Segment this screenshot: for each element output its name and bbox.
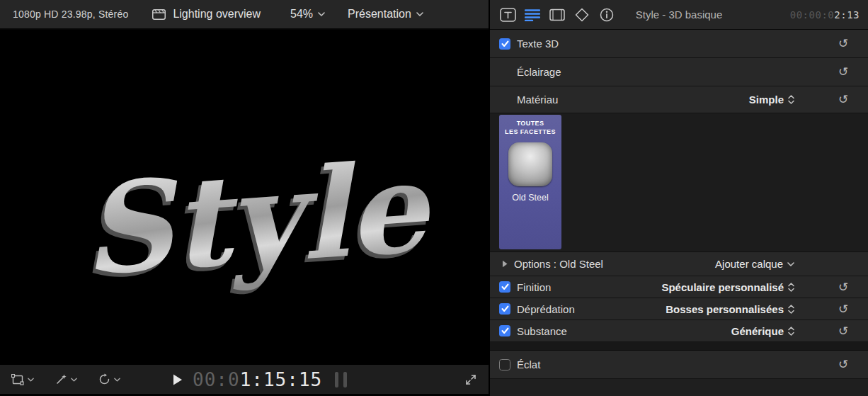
clapperboard-icon <box>152 9 166 20</box>
transform-tool-popup[interactable] <box>11 374 34 385</box>
chevron-down-icon <box>787 262 794 266</box>
material-name: Old Steel <box>512 193 548 203</box>
tab-info-inspector[interactable] <box>598 6 615 23</box>
options-disclosure-triangle[interactable] <box>502 260 508 268</box>
viewer-pane: 1080p HD 23.98p, Stéréo Lighting overvie… <box>0 0 489 396</box>
row-materiau: Matériau Simple ↺ <box>490 86 868 113</box>
chevron-down-icon <box>114 378 120 382</box>
view-options-popup[interactable]: Présentation <box>348 8 423 21</box>
audio-meter-right <box>343 372 347 387</box>
materiau-popup[interactable]: Simple <box>749 94 794 106</box>
depredation-popup[interactable]: Bosses personnalisées <box>666 303 794 315</box>
play-icon <box>173 374 183 385</box>
inspector-duration-timecode: 00:00:02:13 <box>790 9 860 21</box>
material-facets-badge: TOUTES LES FACETTES <box>505 120 556 136</box>
retime-icon <box>98 373 110 385</box>
row-eclairage: Éclairage ↺ <box>490 58 868 86</box>
reset-button-texte-3d[interactable]: ↺ <box>837 38 850 50</box>
ajouter-calque-label: Ajouter calque <box>715 258 783 270</box>
tab-color-inspector[interactable] <box>573 6 590 23</box>
viewer-top-bar: 1080p HD 23.98p, Stéréo Lighting overvie… <box>0 0 489 30</box>
finition-checkbox[interactable] <box>499 281 510 293</box>
effects-wand-icon <box>55 373 67 385</box>
transform-icon <box>11 374 24 385</box>
checkmark-icon <box>501 283 509 290</box>
timecode-dim-part: 00:0 <box>193 369 240 390</box>
row-substance: Substance Générique ↺ <box>490 320 868 342</box>
depredation-popup-value: Bosses personnalisées <box>666 303 784 315</box>
info-inspector-icon <box>600 8 614 22</box>
reset-button-depredation[interactable]: ↺ <box>837 303 850 315</box>
canvas-3d-render: Style Style <box>0 30 489 364</box>
checkmark-icon <box>501 40 509 47</box>
view-options-label: Présentation <box>348 8 411 21</box>
finition-popup[interactable]: Spéculaire personnalisé <box>661 281 794 293</box>
inspector-header: Style - 3D basique 00:00:02:13 <box>490 0 868 30</box>
substance-label: Substance <box>517 325 567 337</box>
row-eclat: Éclat ↺ <box>490 351 868 379</box>
eclat-checkbox[interactable] <box>499 359 510 370</box>
depredation-label: Déprédation <box>517 303 575 315</box>
duration-dim-part: 00:00:0 <box>790 9 835 21</box>
finition-label: Finition <box>517 281 551 293</box>
substance-popup-value: Générique <box>731 325 784 337</box>
reset-button-substance[interactable]: ↺ <box>837 325 850 337</box>
retime-tool-popup[interactable] <box>98 373 120 385</box>
final-cut-pro-window: 1080p HD 23.98p, Stéréo Lighting overvie… <box>0 0 868 396</box>
inspector-pane: Style - 3D basique 00:00:02:13 Texte 3D … <box>489 0 868 396</box>
disclosure-triangle-icon <box>502 260 508 268</box>
zoom-level-popup[interactable]: 54% <box>290 8 325 21</box>
fullscreen-button[interactable] <box>464 373 477 386</box>
fullscreen-icon <box>464 373 477 386</box>
reset-button-materiau[interactable]: ↺ <box>837 94 850 106</box>
zoom-level-value: 54% <box>290 8 313 21</box>
effects-tool-popup[interactable] <box>55 373 77 385</box>
texte-3d-label: Texte 3D <box>517 38 559 50</box>
tab-text-format[interactable] <box>499 6 516 23</box>
popup-updown-icon <box>788 283 794 292</box>
materiau-popup-value: Simple <box>749 94 784 106</box>
material-tile-old-steel-selected[interactable]: TOUTES LES FACETTES Old Steel <box>499 115 561 249</box>
tab-title-inspector-active[interactable] <box>524 6 541 23</box>
row-options: Options : Old Steel Ajouter calque ↺ <box>490 252 868 276</box>
checkmark-icon <box>501 327 509 334</box>
reset-button-eclat[interactable]: ↺ <box>837 358 850 370</box>
row-finition: Finition Spéculaire personnalisé ↺ <box>490 276 868 298</box>
popup-updown-icon <box>788 305 794 314</box>
current-timecode[interactable]: 00:01:15:15 <box>193 369 322 390</box>
ajouter-calque-popup[interactable]: Ajouter calque <box>715 258 794 270</box>
play-button[interactable] <box>173 374 183 385</box>
project-title: Lighting overview <box>173 8 261 21</box>
badge-line-2: LES FACETTES <box>505 128 556 137</box>
chevron-down-icon <box>28 378 34 382</box>
checkmark-icon <box>501 305 509 312</box>
texte-3d-checkbox[interactable] <box>499 38 510 50</box>
texte-3d-control-group: Texte 3D <box>499 38 559 50</box>
text-format-icon <box>500 8 516 22</box>
inspector-tabs <box>499 6 615 23</box>
popup-updown-icon <box>788 95 794 104</box>
audio-meters[interactable] <box>335 372 347 387</box>
duration-bright-part: 2:13 <box>834 9 860 21</box>
color-inspector-icon <box>575 8 589 22</box>
timecode-bright-part: 1:15:15 <box>240 369 323 390</box>
viewer-canvas: Style Style <box>0 30 489 364</box>
chevron-down-icon <box>71 378 77 382</box>
finition-popup-value: Spéculaire personnalisé <box>661 281 784 293</box>
substance-checkbox[interactable] <box>499 325 510 336</box>
reset-button-eclairage[interactable]: ↺ <box>837 66 850 78</box>
materiau-label: Matériau <box>517 94 558 106</box>
reset-button-finition[interactable]: ↺ <box>837 281 850 293</box>
eclat-label: Éclat <box>517 358 540 370</box>
row-texte-3d: Texte 3D ↺ <box>490 30 868 58</box>
audio-meter-left <box>335 372 338 387</box>
chevron-down-icon <box>416 12 423 16</box>
substance-popup[interactable]: Générique <box>731 325 794 337</box>
chevron-down-icon <box>318 12 325 16</box>
section-divider <box>490 342 868 351</box>
title-inspector-icon <box>525 9 540 21</box>
options-label: Options : Old Steel <box>514 258 603 270</box>
tab-video-inspector[interactable] <box>549 6 566 23</box>
depredation-checkbox[interactable] <box>499 303 510 315</box>
popup-updown-icon <box>788 327 794 336</box>
